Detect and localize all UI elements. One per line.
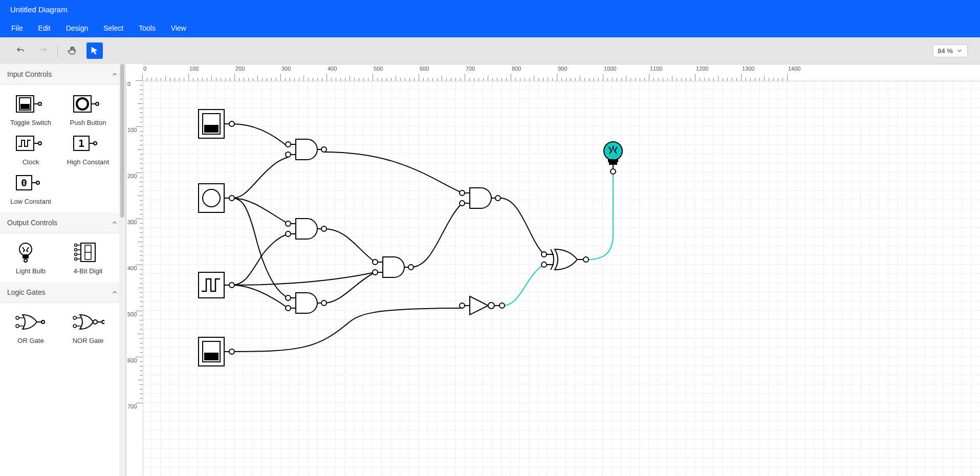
title-bar: Untitled Diagram [0,0,980,19]
menu-select[interactable]: Select [96,19,130,37]
svg-point-25 [75,249,77,251]
shape-clock[interactable]: Clock [3,132,58,166]
svg-point-15 [94,142,97,145]
4bit-digit-icon [72,241,104,264]
pan-tool-button[interactable] [64,42,80,59]
section-header-output-controls[interactable]: Output Controls [0,212,125,233]
node-and1[interactable] [286,139,326,160]
svg-point-73 [321,226,326,231]
svg-point-22 [24,259,27,262]
canvas-area[interactable]: 0100200300400500600700800900100011001200… [126,64,980,476]
window-title: Untitled Diagram [10,5,68,14]
clock-icon [14,132,47,155]
svg-point-11 [38,142,41,145]
svg-point-97 [541,252,547,257]
svg-point-75 [286,306,291,311]
shape-label: Toggle Switch [10,119,51,126]
node-clk1[interactable] [199,272,234,298]
svg-rect-2 [20,104,30,109]
svg-point-51 [203,189,220,207]
node-pb1[interactable] [199,184,234,212]
node-bulb[interactable] [604,142,622,174]
node-and2[interactable] [286,219,326,239]
svg-point-86 [460,190,465,196]
shape-label: Light Bulb [16,267,46,275]
node-xor1[interactable] [541,249,589,270]
svg-point-102 [583,257,589,262]
svg-point-62 [286,142,291,147]
svg-point-42 [93,320,97,324]
svg-point-98 [541,262,547,267]
node-and5[interactable] [460,188,500,208]
svg-rect-47 [204,125,219,133]
shape-label: Push Button [70,119,106,126]
node-sw1[interactable] [199,110,234,138]
svg-point-94 [488,302,494,309]
shape-label: 4-Bit Digit [74,267,102,275]
redo-button[interactable] [35,42,51,59]
svg-point-20 [19,243,32,255]
svg-point-103 [604,142,622,160]
shape-light-bulb[interactable]: Light Bulb [3,241,58,275]
zoom-value: 84 % [938,47,953,55]
svg-point-74 [286,295,291,300]
shape-high-constant[interactable]: 1High Constant [60,132,116,166]
menu-file[interactable]: File [4,19,30,37]
shape-label: NOR Gate [73,337,104,344]
section-header-logic-gates[interactable]: Logic Gates [0,282,125,303]
svg-point-56 [229,283,234,288]
svg-point-91 [495,196,500,201]
svg-point-69 [286,231,291,236]
svg-point-85 [408,265,413,270]
shape-low-constant[interactable]: 0Low Constant [3,171,58,205]
select-tool-button[interactable] [86,42,103,59]
svg-point-39 [73,324,76,328]
shape-toggle-switch[interactable]: Toggle Switch [3,92,58,126]
svg-point-37 [41,320,45,323]
shape-label: Low Constant [10,198,51,205]
svg-point-23 [75,244,77,247]
sidebar-scrollbar[interactable] [119,64,125,476]
svg-point-49 [229,121,234,126]
high-constant-icon: 1 [72,132,104,155]
svg-rect-59 [204,353,219,360]
push-button-icon [72,92,104,116]
shape-4bit-digit[interactable]: 4-Bit Digit [60,241,116,275]
shape-or-gate[interactable]: OR Gate [3,310,58,344]
svg-point-96 [499,303,505,308]
node-and3[interactable] [286,293,326,313]
circuit-diagram[interactable] [142,80,910,476]
shape-label: Clock [23,158,39,166]
svg-point-53 [229,196,234,201]
zoom-level-dropdown[interactable]: 84 % [933,45,968,57]
node-sw2[interactable] [199,337,234,366]
svg-point-38 [73,316,76,319]
svg-point-61 [229,349,234,354]
svg-point-27 [75,253,77,256]
chevron-up-icon [111,71,118,78]
node-not1[interactable] [460,296,505,315]
or-gate-icon [14,310,47,334]
shape-label: OR Gate [17,337,43,344]
svg-point-81 [373,270,378,275]
svg-text:0: 0 [21,177,27,189]
chevron-up-icon [111,289,118,296]
menu-edit[interactable]: Edit [31,19,58,37]
low-constant-icon: 0 [14,171,47,194]
menu-view[interactable]: View [164,19,193,37]
toolbar-separator [57,45,58,57]
menu-design[interactable]: Design [59,19,96,37]
svg-point-29 [75,258,77,261]
svg-rect-21 [23,254,29,258]
menu-tools[interactable]: Tools [132,19,163,37]
node-and4[interactable] [373,257,413,277]
svg-point-4 [38,102,41,105]
svg-point-80 [373,259,378,265]
shape-nor-gate[interactable]: NOR Gate [60,310,116,344]
shape-push-button[interactable]: Push Button [60,92,116,126]
section-header-input-controls[interactable]: Input Controls [0,64,125,85]
undo-button[interactable] [12,42,29,59]
canvas[interactable] [142,80,980,476]
svg-point-79 [321,300,326,306]
toggle-switch-icon [14,92,47,116]
